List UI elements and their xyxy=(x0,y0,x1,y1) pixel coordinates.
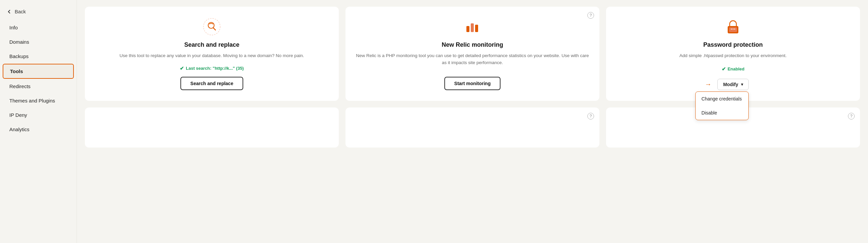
sidebar-item-domains[interactable]: Domains xyxy=(3,35,74,49)
bottom-card-1 xyxy=(85,107,339,147)
sidebar-item-redirects[interactable]: Redirects xyxy=(3,79,74,93)
sidebar-item-info[interactable]: Info xyxy=(3,21,74,34)
password-protection-card: Password protection Add simple .htpasswd… xyxy=(606,7,860,101)
search-replace-button[interactable]: Search and replace xyxy=(180,77,243,90)
modify-dropdown-container: Modify ▾ Change credentials Disable xyxy=(717,79,748,90)
sidebar-item-backups[interactable]: Backups xyxy=(3,49,74,63)
chevron-down-icon: ▾ xyxy=(741,82,743,87)
svg-point-10 xyxy=(734,29,735,30)
bottom-card-2: ? xyxy=(345,107,599,147)
sidebar-item-tools[interactable]: Tools xyxy=(3,64,74,79)
svg-point-8 xyxy=(731,29,732,30)
enabled-status: ✔ Enabled xyxy=(722,66,745,72)
check-icon: ✔ xyxy=(180,65,184,71)
new-relic-icon xyxy=(463,18,482,36)
modify-wrapper: → Modify ▾ Change credentials Disable xyxy=(717,79,748,90)
new-relic-title: New Relic monitoring xyxy=(442,41,503,48)
password-protection-title: Password protection xyxy=(703,41,763,48)
sidebar-item-analytics[interactable]: Analytics xyxy=(3,123,74,136)
search-replace-desc: Use this tool to replace any value in yo… xyxy=(120,53,304,60)
modify-arrow-icon: → xyxy=(705,80,711,88)
search-replace-icon xyxy=(203,18,221,36)
svg-rect-5 xyxy=(475,25,478,32)
modify-dropdown-menu: Change credentials Disable xyxy=(695,92,749,120)
new-relic-card: ? New Relic monitoring New Relic is a PH… xyxy=(345,7,599,101)
disable-option[interactable]: Disable xyxy=(695,106,748,120)
svg-rect-4 xyxy=(471,23,474,32)
sidebar-item-themes-plugins[interactable]: Themes and Plugins xyxy=(3,94,74,107)
back-label: Back xyxy=(15,9,26,14)
modify-button[interactable]: Modify ▾ xyxy=(717,79,748,90)
svg-rect-7 xyxy=(729,27,737,32)
back-button[interactable]: Back xyxy=(0,6,76,20)
svg-rect-3 xyxy=(466,26,469,32)
bottom-card-2-help-icon[interactable]: ? xyxy=(587,113,594,119)
password-protection-icon xyxy=(724,18,742,36)
new-relic-help-icon[interactable]: ? xyxy=(587,12,594,19)
password-protection-desc: Add simple .htpasswd protection to your … xyxy=(679,53,786,60)
cards-grid: Search and replace Use this tool to repl… xyxy=(85,7,860,101)
sidebar: Back Info Domains Backups Tools Redirect… xyxy=(0,0,77,243)
search-replace-title: Search and replace xyxy=(184,41,239,48)
start-monitoring-button[interactable]: Start monitoring xyxy=(444,77,501,90)
svg-point-0 xyxy=(204,19,220,35)
sidebar-item-ip-deny[interactable]: IP Deny xyxy=(3,108,74,122)
search-replace-card: Search and replace Use this tool to repl… xyxy=(85,7,339,101)
search-replace-status: ✔ Last search: "http://k..." (35) xyxy=(180,65,244,71)
main-content: Search and replace Use this tool to repl… xyxy=(77,0,868,243)
enabled-check-icon: ✔ xyxy=(722,66,726,72)
change-credentials-option[interactable]: Change credentials xyxy=(695,92,748,106)
svg-line-2 xyxy=(213,28,216,30)
back-arrow-icon xyxy=(7,9,12,14)
bottom-card-3-help-icon[interactable]: ? xyxy=(848,113,855,119)
new-relic-desc: New Relic is a PHP monitoring tool you c… xyxy=(355,53,590,71)
svg-point-9 xyxy=(733,29,734,30)
